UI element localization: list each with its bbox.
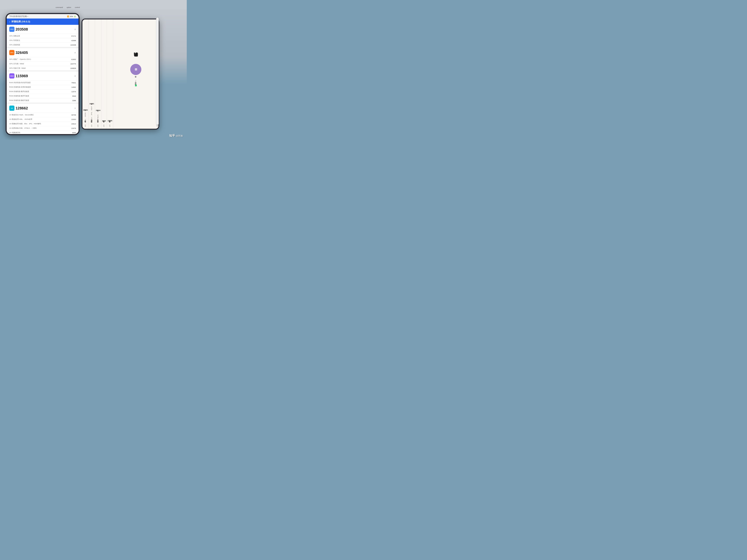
gpu-row-2: GPU 夹叙江湖 - Metal 100828 — [7, 66, 79, 70]
gpu-score: 326405 — [16, 51, 28, 55]
cpu-badge: CPU — [9, 27, 15, 32]
cpu-badge-group: CPU 203508 — [9, 27, 28, 32]
gpu-row-1: GPU 兵马俑 - Metal 163775 — [7, 61, 79, 66]
battery-level: 35% — [70, 16, 73, 18]
right-col-1: 24981 UX 图像处理-鱼眼、Blur、JPG、HEIF解码 — [89, 20, 95, 129]
benchmark-content: CPU 203508 ∧ CPU 算数运算 57171 CPU 常用算法 429… — [7, 25, 79, 134]
right-col-3: 6000 UX 视频兼容性 — [101, 20, 107, 129]
ux-badge-group: UX 128662 — [9, 106, 28, 111]
cpu-chevron: ∧ — [74, 28, 76, 31]
watermark: 知乎 @阿春 — [169, 134, 183, 138]
ux-badge: UX — [9, 106, 15, 111]
status-time: 下午10:09 9月27日周一 — [9, 15, 29, 18]
app-title: 评测结果 (V9.0.3) — [11, 20, 30, 23]
status-bar: 下午10:09 9月27日周一 📶 35% 🔋 — [7, 14, 79, 19]
watermark-brand: 知乎 — [169, 134, 175, 137]
mem-badge-group: MEM 115969 — [9, 73, 28, 79]
wifi-icon: 📶 — [67, 16, 69, 18]
tablet-right: 25392 UX 数据处理-XML、JSON处理 24981 UX 图像处理-鱼… — [81, 19, 159, 130]
gpu-chevron: ∧ — [74, 51, 76, 54]
pencil-tip — [157, 124, 158, 127]
ux-row-2: UX 图像处理-鱼眼、Blur、JPG、HEIF解码 24614 — [7, 122, 79, 126]
app-header: ‹ 评测结果 (V9.0.3) — [7, 19, 79, 25]
option-key: option — [67, 6, 71, 8]
status-right: 📶 35% 🔋 — [67, 16, 76, 18]
mem-row-4: ROM 存储性能-随机写速度 3386 — [7, 98, 79, 103]
cpu-score: 203508 — [16, 27, 28, 31]
ux-row-4: UX 视频兼容性 6000 — [7, 130, 79, 134]
ux-score: 128662 — [16, 106, 28, 110]
ux-row-3: UX 使用体验-列表、HTML5、二维码 21676 — [7, 126, 79, 130]
ux-chevron: ∧ — [74, 107, 76, 109]
mem-chevron: ∧ — [74, 75, 76, 77]
right-col-4: 23695 UX 视频解码性能 — [107, 20, 113, 129]
right-main: 我的手机 ⊞ 详细了解本机用户评价和屏幕、存储空间、CPU、存储等硬件配置 立即… — [113, 20, 158, 129]
battery-icon: 🔋 — [74, 16, 76, 18]
apple-pencil — [156, 18, 159, 125]
mem-section: MEM 115969 ∧ RAM 内存性能-内存读写速度 75601 ROM 存… — [7, 72, 79, 103]
ux-row-0: UX 数据安全-Hash、Secure测试 30709 — [7, 113, 79, 117]
cpu-header[interactable]: CPU 203508 ∧ — [7, 25, 79, 34]
right-col-0: 25392 UX 数据处理-XML、JSON处理 — [82, 20, 89, 129]
antutu-logo: ⊞ — [130, 64, 141, 75]
mem-badge: MEM — [9, 73, 15, 79]
command-key: command — [56, 6, 63, 8]
tablet-right-inner: 25392 UX 数据处理-XML、JSON处理 24981 UX 图像处理-鱼… — [82, 20, 158, 129]
ux-section: UX 128662 ∧ UX 数据安全-Hash、Secure测试 30709 … — [7, 104, 79, 134]
cpu-section: CPU 203508 ∧ CPU 算数运算 57171 CPU 常用算法 429… — [7, 25, 79, 47]
antutu-logo-symbol: ⊞ — [135, 68, 137, 71]
cpu-row-1: CPU 常用算法 42999 — [7, 38, 79, 43]
control-key: control — [75, 6, 80, 8]
mem-row-3: ROM 存储性能-顺序写速度 9946 — [7, 94, 79, 98]
right-col-2: 33534 UX 使用体验-列表、HTML5、二维码 — [95, 20, 101, 129]
ux-row-1: UX 数据处理-XML、JSON处理 22053 — [7, 117, 79, 122]
right-description: 详细了解本机用户评价和屏幕、存储空间、CPU、存储等硬件配置 — [135, 79, 137, 86]
cpu-row-2: CPU 多核性能 103338 — [7, 43, 79, 47]
gpu-badge: GPU — [9, 50, 15, 55]
mem-row-2: ROM 存储性能-顺序读速度 12074 — [7, 89, 79, 94]
gpu-header[interactable]: GPU 326405 ∧ — [7, 48, 79, 57]
gpu-badge-group: GPU 326405 — [9, 50, 28, 55]
gpu-row-0: GPU 精炼厂 - OpenGL ES3.1 61802 — [7, 57, 79, 61]
tablet-left: 下午10:09 9月27日周一 📶 35% 🔋 ‹ 评测结果 (V9.0.3) … — [5, 13, 80, 135]
gpu-section: GPU 326405 ∧ GPU 精炼厂 - OpenGL ES3.1 6180… — [7, 48, 79, 70]
ux-header[interactable]: UX 128662 ∧ — [7, 104, 79, 113]
mem-score: 115969 — [16, 74, 28, 78]
mem-row-0: RAM 内存性能-内存读写速度 75601 — [7, 80, 79, 85]
mem-header[interactable]: MEM 115969 ∧ — [7, 72, 79, 80]
cpu-row-0: CPU 算数运算 57171 — [7, 34, 79, 38]
mem-row-1: ROM 存储性能-应用存储速度 14962 — [7, 85, 79, 89]
back-button[interactable]: ‹ — [9, 20, 10, 23]
watermark-author: @阿春 — [176, 134, 183, 137]
keyboard-top: command option control — [0, 0, 187, 9]
